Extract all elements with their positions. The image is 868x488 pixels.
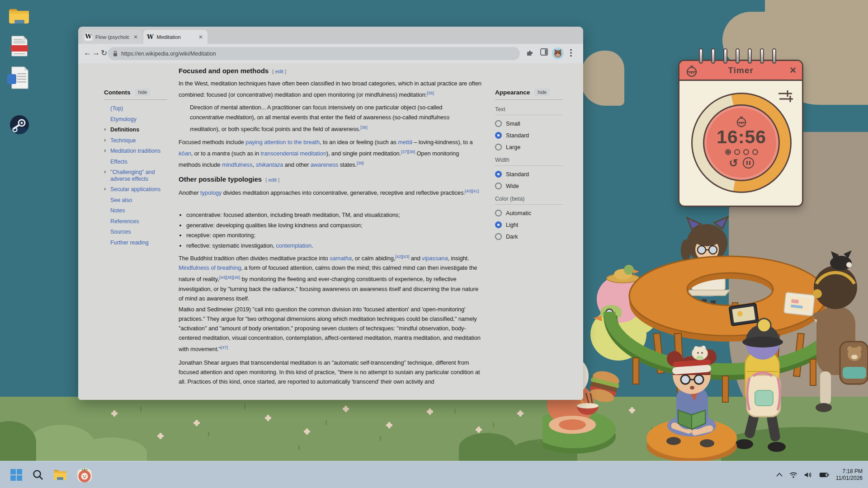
chevron-expand-icon[interactable]: › [104,169,106,175]
folder-icon[interactable] [8,7,30,27]
word-document-icon[interactable] [7,66,29,91]
wiki-link[interactable]: typology [200,189,222,196]
radio-option-small[interactable]: Small [495,120,563,127]
toc-link[interactable]: See also [110,197,132,203]
toc-link[interactable]: Sources [110,229,131,235]
radio-selected-icon[interactable] [495,171,502,178]
tomato-timer-app-icon[interactable] [76,467,93,483]
wifi-icon[interactable] [789,472,797,478]
wiki-link[interactable]: mettā [398,139,412,145]
toc-item-technique[interactable]: ›Technique [104,137,167,144]
reference-link[interactable]: [39] [357,160,363,165]
toc-item-top[interactable]: (Top) [104,105,167,112]
toc-link[interactable]: (Top) [110,105,123,112]
toc-link[interactable]: Etymology [110,116,137,122]
wiki-link[interactable]: transcendental meditation [261,150,326,157]
toc-link[interactable]: Notes [110,207,125,214]
toc-link[interactable]: Secular applications [110,186,160,192]
reference-link[interactable]: [42] [395,254,402,259]
toc-item-see-also[interactable]: See also [104,197,167,204]
toc-item-sources[interactable]: Sources [104,229,167,235]
wiki-link[interactable]: samatha [330,255,352,262]
wiki-link[interactable]: contemplation [276,242,311,249]
reference-link[interactable]: [44] [219,275,226,280]
tray-chevron-up-icon[interactable] [776,473,783,477]
toc-item-further-reading[interactable]: Further reading [104,239,167,246]
reference-link[interactable]: [38] [408,149,415,154]
chevron-expand-icon[interactable]: › [104,137,106,144]
appearance-hide-button[interactable]: hide [534,89,550,96]
restart-icon[interactable]: ↺ [729,158,738,169]
edit-link[interactable]: edit [275,69,283,74]
wiki-link[interactable]: awareness [311,162,338,169]
chevron-expand-icon[interactable]: › [104,126,106,133]
toc-link[interactable]: Definitions [110,127,139,133]
toc-link[interactable]: References [110,218,139,225]
back-button[interactable]: ← [84,48,91,57]
tab-flow-psychology[interactable]: W Flow (psychology) ✕ [81,30,142,44]
radio-selected-icon[interactable] [495,132,502,139]
battery-icon[interactable] [819,472,829,478]
toc-item-references[interactable]: References [104,218,167,225]
reference-link[interactable]: [40] [465,188,472,193]
edit-link[interactable]: edit [268,177,277,183]
toc-link[interactable]: Effects [110,159,127,165]
radio-unselected-icon[interactable] [495,183,502,189]
file-explorer-icon[interactable] [53,469,67,481]
radio-option-large[interactable]: Large [495,144,563,150]
steam-icon[interactable] [9,115,29,136]
reference-link[interactable]: [35] [427,90,434,95]
toc-item-meditation-traditions[interactable]: ›Meditation traditions [104,148,167,155]
settings-sliders-icon[interactable] [778,89,794,103]
toc-item-etymology[interactable]: Etymology [104,116,167,123]
toc-item-effects[interactable]: Effects [104,159,167,165]
radio-option-standard[interactable]: Standard [495,132,563,139]
menu-dots-icon[interactable] [570,49,572,57]
reference-link[interactable]: [47] [221,345,227,350]
radio-unselected-icon[interactable] [495,120,502,127]
chevron-expand-icon[interactable]: › [104,186,106,192]
radio-option-wide[interactable]: Wide [495,183,563,189]
reference-link[interactable]: [43] [402,254,409,259]
extensions-icon[interactable] [526,48,534,56]
reference-link[interactable]: [37] [401,149,408,154]
profile-avatar[interactable] [552,47,564,59]
pdf-document-icon[interactable] [11,35,28,59]
reference-link[interactable]: [36] [360,125,367,130]
radio-option-standard[interactable]: Standard [495,171,563,178]
toc-link[interactable]: Meditation traditions [110,148,160,154]
radio-unselected-icon[interactable] [495,210,502,216]
wiki-link[interactable]: Mindfulness of breathing [179,264,241,271]
timer-header[interactable]: Timer ✕ [679,61,802,81]
wiki-link[interactable]: mindfulness [222,162,253,169]
toc-link[interactable]: "Challenging" and adverse effects [110,169,155,182]
toc-hide-button[interactable]: hide [135,89,151,96]
radio-selected-icon[interactable] [495,221,502,228]
close-tab-icon[interactable]: ✕ [132,34,139,40]
wiki-link[interactable]: shikantaza [256,162,283,169]
radio-option-light[interactable]: Light [495,221,563,228]
start-button-icon[interactable] [10,469,23,481]
volume-icon[interactable] [804,472,812,478]
reference-link[interactable]: [46] [233,275,240,280]
toc-item-secular-applications[interactable]: ›Secular applications [104,186,167,193]
radio-unselected-icon[interactable] [495,233,502,240]
chevron-expand-icon[interactable]: › [104,147,106,154]
pause-button[interactable] [743,157,754,169]
reload-button[interactable]: ↻ [101,48,107,58]
radio-option-automatic[interactable]: Automatic [495,210,563,216]
wiki-link[interactable]: paying attention to the breath [245,139,320,145]
wiki-link[interactable]: kōan [179,150,191,157]
toc-item-definitions[interactable]: ›Definitions [104,127,167,133]
tray-clock[interactable]: 7:18 PM 11/01/2026 [836,468,863,482]
wiki-link[interactable]: vipassana [422,255,448,262]
reference-link[interactable]: [45] [226,275,233,280]
reference-link[interactable]: [41] [472,188,479,193]
forward-button[interactable]: → [92,48,100,57]
toc-link[interactable]: Technique [110,137,136,144]
url-bar[interactable]: https://en.wikipedia.org/wiki/Meditation [108,47,520,60]
radio-unselected-icon[interactable] [495,144,502,150]
close-tab-icon[interactable]: ✕ [198,34,204,40]
toc-item-notes[interactable]: Notes [104,207,167,214]
tab-meditation[interactable]: W Meditation ✕ [143,30,208,44]
